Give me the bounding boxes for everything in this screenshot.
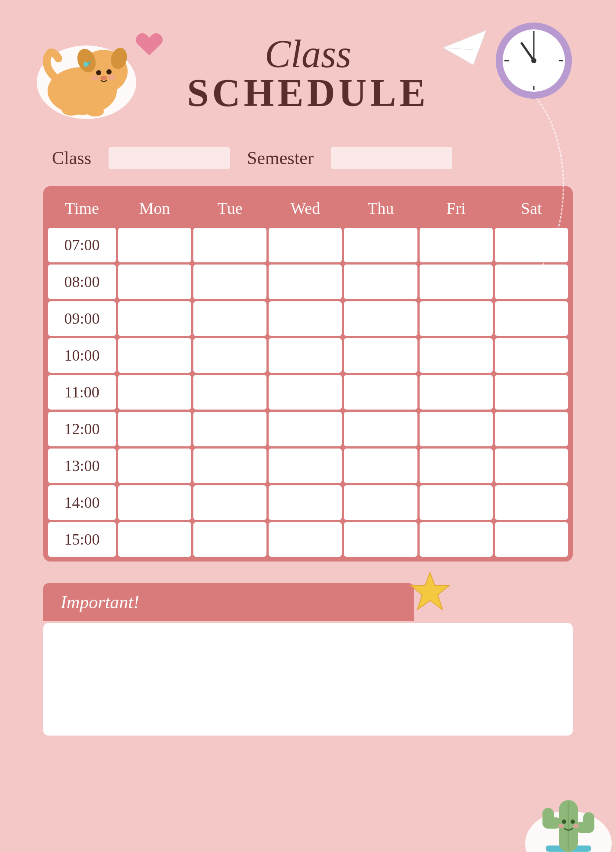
svg-point-23 bbox=[531, 58, 536, 63]
schedule-cell-1-3[interactable] bbox=[344, 265, 417, 299]
cactus-illustration: ♥ ♥ ♥ bbox=[521, 757, 616, 852]
title-area: Class SCHEDULE bbox=[187, 35, 429, 113]
schedule-cell-5-0[interactable] bbox=[118, 412, 191, 446]
schedule-cell-4-3[interactable] bbox=[344, 375, 417, 410]
svg-point-10 bbox=[83, 62, 88, 67]
table-row: 14:00 bbox=[48, 485, 568, 520]
schedule-cell-0-2[interactable] bbox=[269, 228, 342, 262]
table-row: 10:00 bbox=[48, 338, 568, 373]
class-input[interactable] bbox=[109, 147, 230, 169]
schedule-cell-7-4[interactable] bbox=[420, 485, 493, 520]
table-row: 08:00 bbox=[48, 265, 568, 299]
schedule-cell-8-0[interactable] bbox=[118, 522, 191, 557]
schedule-cell-1-2[interactable] bbox=[269, 265, 342, 299]
schedule-table-container: Time Mon Tue Wed Thu Fri Sat 07:0008:000… bbox=[43, 186, 573, 562]
table-row: 12:00 bbox=[48, 412, 568, 446]
svg-point-12 bbox=[87, 107, 104, 116]
schedule-cell-8-3[interactable] bbox=[344, 522, 417, 557]
svg-point-37 bbox=[558, 824, 564, 828]
schedule-cell-3-2[interactable] bbox=[269, 338, 342, 373]
time-cell-1: 08:00 bbox=[48, 265, 116, 299]
svg-point-9 bbox=[108, 74, 116, 80]
svg-point-6 bbox=[106, 69, 112, 74]
time-cell-7: 14:00 bbox=[48, 485, 116, 520]
header-thu: Thu bbox=[344, 191, 417, 226]
time-cell-2: 09:00 bbox=[48, 301, 116, 336]
title-class: Class bbox=[187, 35, 429, 74]
important-body[interactable] bbox=[43, 623, 573, 736]
important-section: Important! bbox=[43, 583, 573, 736]
clock-illustration bbox=[495, 22, 573, 100]
svg-point-5 bbox=[96, 70, 101, 75]
header-mon: Mon bbox=[118, 191, 191, 226]
table-row: 07:00 bbox=[48, 228, 568, 262]
schedule-cell-0-0[interactable] bbox=[118, 228, 191, 262]
svg-point-36 bbox=[571, 820, 575, 824]
svg-point-7 bbox=[100, 76, 107, 80]
schedule-cell-1-1[interactable] bbox=[193, 265, 266, 299]
svg-marker-13 bbox=[443, 30, 486, 65]
schedule-cell-2-5[interactable] bbox=[495, 301, 568, 336]
svg-marker-24 bbox=[411, 572, 449, 610]
star-decoration bbox=[408, 570, 452, 615]
schedule-cell-2-2[interactable] bbox=[269, 301, 342, 336]
schedule-cell-4-2[interactable] bbox=[269, 375, 342, 410]
schedule-cell-6-5[interactable] bbox=[495, 449, 568, 483]
schedule-cell-6-3[interactable] bbox=[344, 449, 417, 483]
schedule-cell-3-1[interactable] bbox=[193, 338, 266, 373]
schedule-cell-7-2[interactable] bbox=[269, 485, 342, 520]
schedule-cell-2-1[interactable] bbox=[193, 301, 266, 336]
schedule-cell-6-1[interactable] bbox=[193, 449, 266, 483]
schedule-table: Time Mon Tue Wed Thu Fri Sat 07:0008:000… bbox=[46, 189, 570, 559]
schedule-cell-8-2[interactable] bbox=[269, 522, 342, 557]
svg-point-38 bbox=[573, 824, 579, 828]
schedule-cell-5-3[interactable] bbox=[344, 412, 417, 446]
schedule-cell-5-1[interactable] bbox=[193, 412, 266, 446]
table-row: 13:00 bbox=[48, 449, 568, 483]
svg-point-8 bbox=[91, 75, 99, 81]
schedule-cell-8-5[interactable] bbox=[495, 522, 568, 557]
schedule-cell-5-5[interactable] bbox=[495, 412, 568, 446]
schedule-cell-6-2[interactable] bbox=[269, 449, 342, 483]
schedule-cell-6-0[interactable] bbox=[118, 449, 191, 483]
schedule-cell-0-3[interactable] bbox=[344, 228, 417, 262]
paper-plane-decoration bbox=[439, 26, 491, 71]
schedule-cell-7-3[interactable] bbox=[344, 485, 417, 520]
schedule-cell-7-5[interactable] bbox=[495, 485, 568, 520]
header-time: Time bbox=[48, 191, 116, 226]
important-header: Important! bbox=[43, 583, 414, 621]
schedule-cell-3-3[interactable] bbox=[344, 338, 417, 373]
semester-input[interactable] bbox=[331, 147, 452, 169]
dog-illustration bbox=[35, 26, 138, 121]
time-cell-8: 15:00 bbox=[48, 522, 116, 557]
schedule-cell-1-4[interactable] bbox=[420, 265, 493, 299]
schedule-cell-1-0[interactable] bbox=[118, 265, 191, 299]
schedule-cell-8-1[interactable] bbox=[193, 522, 266, 557]
semester-label: Semester bbox=[247, 148, 314, 168]
svg-point-11 bbox=[62, 105, 81, 116]
schedule-cell-4-4[interactable] bbox=[420, 375, 493, 410]
page: Class SCHEDULE Class Semester Time Mon T… bbox=[0, 0, 616, 852]
schedule-cell-7-1[interactable] bbox=[193, 485, 266, 520]
schedule-cell-4-1[interactable] bbox=[193, 375, 266, 410]
svg-point-35 bbox=[562, 820, 566, 824]
schedule-cell-8-4[interactable] bbox=[420, 522, 493, 557]
schedule-cell-3-5[interactable] bbox=[495, 338, 568, 373]
schedule-cell-7-0[interactable] bbox=[118, 485, 191, 520]
schedule-cell-0-4[interactable] bbox=[420, 228, 493, 262]
schedule-cell-4-0[interactable] bbox=[118, 375, 191, 410]
schedule-cell-3-4[interactable] bbox=[420, 338, 493, 373]
schedule-cell-4-5[interactable] bbox=[495, 375, 568, 410]
schedule-cell-5-4[interactable] bbox=[420, 412, 493, 446]
time-cell-6: 13:00 bbox=[48, 449, 116, 483]
schedule-cell-3-0[interactable] bbox=[118, 338, 191, 373]
table-header-row: Time Mon Tue Wed Thu Fri Sat bbox=[48, 191, 568, 226]
schedule-cell-5-2[interactable] bbox=[269, 412, 342, 446]
schedule-cell-2-0[interactable] bbox=[118, 301, 191, 336]
header-fri: Fri bbox=[420, 191, 493, 226]
schedule-cell-2-3[interactable] bbox=[344, 301, 417, 336]
schedule-cell-6-4[interactable] bbox=[420, 449, 493, 483]
schedule-cell-0-1[interactable] bbox=[193, 228, 266, 262]
time-cell-5: 12:00 bbox=[48, 412, 116, 446]
schedule-cell-2-4[interactable] bbox=[420, 301, 493, 336]
